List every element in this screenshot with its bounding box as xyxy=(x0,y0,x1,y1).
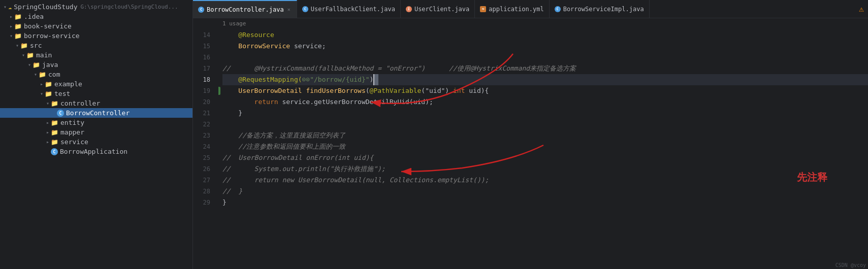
sidebar-item-example[interactable]: 📁 example xyxy=(0,79,192,89)
controller-folder-icon: 📁 xyxy=(51,100,58,107)
example-folder-icon: 📁 xyxy=(45,81,52,88)
mapper-folder-icon: 📁 xyxy=(51,129,58,136)
example-arrow xyxy=(39,81,45,87)
java-folder-icon: 📁 xyxy=(33,61,40,69)
watermark: CSDN @vcoy xyxy=(835,262,866,268)
borrow-controller-label: BorrowController xyxy=(66,109,130,117)
tab-borrow-controller-close[interactable]: ✕ xyxy=(286,6,292,13)
comment-24: //注意参数和返回值要和上面的一致 xyxy=(222,141,345,152)
code-line-26: // System.out.println("执行补救措施"); xyxy=(222,163,868,175)
src-folder-icon: 📁 xyxy=(20,42,28,49)
fn-finduserborrow: findUserBorrows xyxy=(306,85,365,96)
example-label: example xyxy=(54,80,82,88)
kw-int: int xyxy=(453,85,465,96)
code-content: 1 usage @Resource BorrowService service;… xyxy=(218,18,868,269)
annotation-pathvar: @PathVariable xyxy=(370,85,422,96)
gutter-29: 29 xyxy=(193,197,214,208)
controller-arrow xyxy=(45,100,51,106)
annotation-requestmapping: @RequestMapping( xyxy=(222,74,302,85)
annotation-resource: @Resource xyxy=(222,29,274,41)
service-folder-icon: 📁 xyxy=(51,139,58,146)
borrow-service-label: borrow-service xyxy=(24,32,80,40)
warning-icon: ⚠ xyxy=(859,4,864,14)
sidebar-item-java[interactable]: 📁 java xyxy=(0,60,192,70)
src-arrow xyxy=(14,43,20,48)
gutter-20: 20 xyxy=(193,96,214,108)
sidebar-item-controller[interactable]: 📁 controller xyxy=(0,98,192,108)
gutter-28: 28 xyxy=(193,186,214,197)
tab-application-yml[interactable]: ≈ application.yml xyxy=(475,0,549,18)
test-label: test xyxy=(54,90,70,97)
tab-borrow-controller-label: BorrowController.java xyxy=(207,6,284,13)
com-folder-icon: 📁 xyxy=(39,71,46,78)
idea-folder-icon: 📁 xyxy=(14,13,22,20)
params-open: ( xyxy=(366,85,370,96)
tab-user-client[interactable]: I UserClient.java xyxy=(401,0,475,18)
sidebar-item-borrow-application[interactable]: C BorrowApplication xyxy=(0,147,192,156)
mapper-label: mapper xyxy=(60,128,84,136)
gutter-17: 17 xyxy=(193,63,214,74)
test-folder-icon: 📁 xyxy=(45,90,52,97)
sidebar-item-borrow-controller[interactable]: C BorrowController xyxy=(0,108,192,118)
tab-bar: C BorrowController.java ✕ C UserFallback… xyxy=(193,0,868,18)
code-line-16 xyxy=(222,52,868,63)
tab-user-fallback-icon: C xyxy=(302,6,308,12)
code-line-29: } xyxy=(222,197,868,208)
sidebar-item-idea[interactable]: 📁 .idea xyxy=(0,12,192,21)
sidebar-item-borrow-service[interactable]: 📁 borrow-service xyxy=(0,31,192,41)
tab-borrow-service-impl-icon: C xyxy=(555,6,561,12)
service-label: service xyxy=(60,138,88,146)
zh-annotation: 先注释 xyxy=(797,171,827,223)
code-area[interactable]: 14 15 16 17 18 19 20 21 22 23 24 25 26 2… xyxy=(193,18,868,269)
tab-borrow-controller[interactable]: C BorrowController.java ✕ xyxy=(193,0,297,18)
tab-user-client-icon: I xyxy=(406,6,412,12)
main-area: C BorrowController.java ✕ C UserFallback… xyxy=(193,0,868,269)
gutter-14: 14 xyxy=(193,29,214,41)
entity-label: entity xyxy=(60,119,84,126)
sidebar-item-test[interactable]: 📁 test xyxy=(0,89,192,98)
code-line-21: } xyxy=(222,108,868,119)
usage-text: 1 usage xyxy=(222,18,246,29)
code-line-24: //注意参数和返回值要和上面的一致 xyxy=(222,141,868,152)
borrow-service-arrow xyxy=(8,33,14,39)
paren-close: ) xyxy=(370,74,374,85)
uid-param: uid){ xyxy=(465,85,489,96)
sidebar-item-service[interactable]: 📁 service xyxy=(0,137,192,147)
sidebar-root[interactable]: ☁ SpringCloudStudy G:\springcloud\Spring… xyxy=(0,2,192,12)
sidebar-item-mapper[interactable]: 📁 mapper xyxy=(0,127,192,137)
code-line-17: // @HystrixCommand(fallbackMethod = "onE… xyxy=(222,63,868,74)
tab-user-fallback-client[interactable]: C UserFallbackClient.java xyxy=(297,0,401,18)
sidebar-item-main[interactable]: 📁 main xyxy=(0,50,192,60)
code-line-28: // } xyxy=(222,186,868,197)
entity-folder-icon: 📁 xyxy=(51,119,58,126)
gutter-27: 27 xyxy=(193,175,214,186)
code-line-22 xyxy=(222,119,868,130)
sidebar-item-book-service[interactable]: 📁 book-service xyxy=(0,21,192,31)
pathvar-args: ("uid") xyxy=(421,85,453,96)
src-label: src xyxy=(30,42,42,49)
var-service: service; xyxy=(290,41,326,52)
code-line-25: // UserBorrowDetail onError(int uid){ xyxy=(222,152,868,163)
gutter-23: 23 xyxy=(193,130,214,141)
sidebar-item-entity[interactable]: 📁 entity xyxy=(0,118,192,127)
tab-borrow-controller-icon: C xyxy=(198,7,204,13)
comment-26: // System.out.println("执行补救措施"); xyxy=(222,163,385,175)
sidebar-item-src[interactable]: 📁 src xyxy=(0,41,192,50)
test-arrow xyxy=(39,91,45,96)
root-folder-icon: ☁ xyxy=(8,4,12,11)
comment-23: //备选方案，这里直接返回空列表了 xyxy=(222,130,345,141)
com-arrow xyxy=(33,72,39,77)
gutter-18: 18 xyxy=(193,74,214,85)
borrow-controller-icon: C xyxy=(57,110,64,117)
gutter-15: 15 xyxy=(193,41,214,52)
tab-borrow-service-impl[interactable]: C BorrowServiceImpl.java xyxy=(550,0,650,18)
cursor xyxy=(373,74,378,85)
warning-area: ⚠ xyxy=(859,0,868,18)
class-userborrow: UserBorrowDetail xyxy=(222,85,302,96)
code-line-23: //备选方案，这里直接返回空列表了 xyxy=(222,130,868,141)
gutter-usage xyxy=(193,18,214,29)
str-get: ⊙⊙"/borrow/{uid}" xyxy=(302,74,370,85)
line-numbers: 14 15 16 17 18 19 20 21 22 23 24 25 26 2… xyxy=(193,18,218,269)
sidebar-item-com[interactable]: 📁 com xyxy=(0,70,192,79)
brace-close-21: } xyxy=(222,108,242,119)
